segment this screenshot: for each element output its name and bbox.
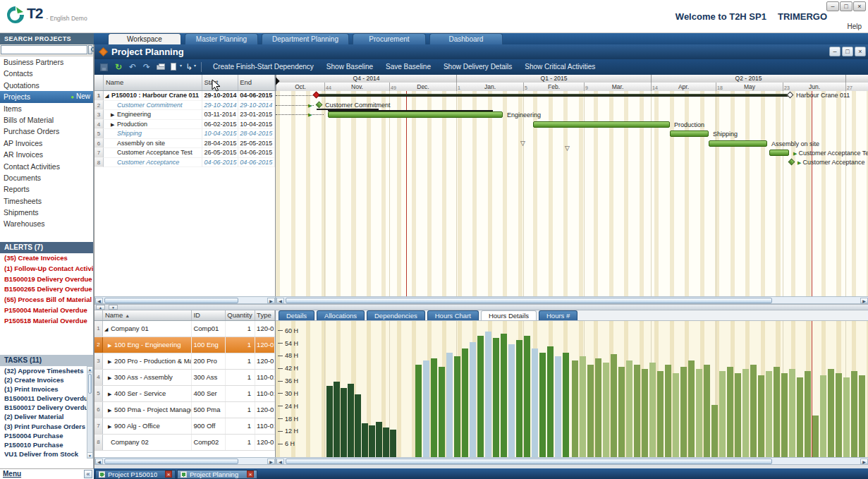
alert-item[interactable]: (1) Follow-Up Contact Activities xyxy=(0,264,93,274)
toolbar-button-save-baseline[interactable]: Save Baseline xyxy=(379,60,437,74)
tab-details[interactable]: Details xyxy=(279,310,314,320)
hours-bar[interactable] xyxy=(618,367,625,457)
expander-collapsed-icon[interactable]: ▶ xyxy=(108,387,114,401)
gantt-grid-row[interactable]: 5Shipping10-04-201528-04-2015 xyxy=(94,129,275,139)
milestone-diamond-icon[interactable] xyxy=(788,158,795,165)
tab-workspace[interactable]: Workspace xyxy=(108,33,181,44)
column-header-start[interactable]: Start xyxy=(202,75,238,90)
alert-item[interactable]: P150004 Material Overdue xyxy=(0,305,93,316)
search-button[interactable] xyxy=(88,45,92,54)
sidebar-item-documents[interactable]: Documents xyxy=(0,172,93,183)
scrollbar-thumb[interactable] xyxy=(104,298,238,303)
expander-collapsed-icon[interactable]: ▶ xyxy=(111,110,117,119)
hours-bar[interactable] xyxy=(859,375,865,457)
close-icon[interactable]: × xyxy=(853,1,866,11)
hours-bar[interactable] xyxy=(595,358,601,457)
gantt-grid-row[interactable]: 3▶Engineering03-11-201423-01-2015 xyxy=(94,110,275,120)
hours-bar[interactable] xyxy=(727,367,733,457)
task-item[interactable]: (2) Deliver Material xyxy=(0,412,87,421)
hours-bar[interactable] xyxy=(462,348,468,457)
gantt-task-bar[interactable] xyxy=(670,131,709,137)
column-header-quantity[interactable]: Quantity xyxy=(226,310,255,320)
alert-item[interactable]: (55) Process Bill of Material xyxy=(0,295,93,305)
hours-bar[interactable] xyxy=(369,425,375,457)
hours-bar[interactable] xyxy=(750,365,757,457)
toolbar-button-create-finish-start-dependency[interactable]: Create Finish-Start Dependency xyxy=(207,60,320,74)
sidebar-item-business-partners[interactable]: Business Partners xyxy=(0,56,93,68)
hours-bar[interactable] xyxy=(493,338,499,457)
column-header-id[interactable]: ID xyxy=(192,310,226,320)
alert-item[interactable]: B1500019 Delivery Overdue xyxy=(0,274,93,285)
hours-bar[interactable] xyxy=(805,371,811,457)
hours-bar[interactable] xyxy=(766,371,772,457)
tab-hours-details[interactable]: Hours Details xyxy=(481,310,537,320)
close-icon[interactable]: × xyxy=(165,471,172,478)
scrollbar-thumb[interactable] xyxy=(286,459,772,464)
resource-row[interactable]: 6▶500 Pma - Project Manage500 Pma1120-01 xyxy=(94,402,275,418)
tab-allocations[interactable]: Allocations xyxy=(317,310,365,320)
print-icon[interactable] xyxy=(154,61,168,73)
sidebar-item-contact-activities[interactable]: Contact Activities xyxy=(0,161,93,172)
hours-bar[interactable] xyxy=(555,356,561,457)
gantt-grid-row[interactable]: 8Customer Acceptance04-06-201504-06-2015 xyxy=(94,158,275,168)
hours-bar[interactable] xyxy=(634,365,640,457)
hours-bar[interactable] xyxy=(454,356,460,457)
resource-row[interactable]: 7▶900 Alg - Office900 Off1110-01 xyxy=(94,418,275,435)
panel-maximize-icon[interactable]: □ xyxy=(842,47,853,56)
sidebar-item-reports[interactable]: Reports xyxy=(0,183,93,195)
collapse-sidebar-icon[interactable]: « xyxy=(84,470,92,478)
hours-bar[interactable] xyxy=(696,369,702,457)
scrollbar-thumb[interactable] xyxy=(104,459,238,464)
hours-bar[interactable] xyxy=(812,416,819,457)
hours-bar[interactable] xyxy=(477,336,484,457)
expander-collapsed-icon[interactable]: ▶ xyxy=(111,120,117,129)
hours-bar[interactable] xyxy=(657,371,664,457)
scroll-left-icon[interactable]: ◀ xyxy=(276,298,284,303)
hours-bar[interactable] xyxy=(774,367,780,457)
task-item[interactable]: P150004 Purchase xyxy=(0,431,87,440)
gantt-task-bar[interactable] xyxy=(709,140,767,147)
hours-bar[interactable] xyxy=(532,348,538,457)
hours-bar[interactable] xyxy=(470,342,476,457)
tab-procurement[interactable]: Procurement xyxy=(353,33,426,44)
sidebar-item-quotations[interactable]: Quotations xyxy=(0,80,93,91)
hours-bar[interactable] xyxy=(789,369,795,457)
hours-bar[interactable] xyxy=(843,377,850,457)
hours-bar[interactable] xyxy=(501,334,507,457)
hours-bar[interactable] xyxy=(508,344,515,457)
hours-bar[interactable] xyxy=(547,346,554,457)
gantt-grid-row[interactable]: 4▶Production06-02-201510-04-2015 xyxy=(94,120,275,130)
splitter-collapse-up-icon[interactable]: ▲ xyxy=(96,305,105,310)
task-item[interactable]: P150010 Purchase xyxy=(0,440,87,449)
menu-link[interactable]: Menu xyxy=(3,470,21,478)
hours-bar[interactable] xyxy=(431,358,437,457)
toolbar-button-show-delivery-details[interactable]: Show Delivery Details xyxy=(437,60,518,74)
close-icon[interactable]: × xyxy=(247,471,254,478)
gantt-grid-row[interactable]: 7Customer Acceptance Test26-05-201504-06… xyxy=(94,148,275,158)
sidebar-item-timesheets[interactable]: Timesheets xyxy=(0,195,93,207)
hours-bar[interactable] xyxy=(820,375,826,457)
hours-bar[interactable] xyxy=(704,365,710,457)
tab-department-planning[interactable]: Department Planning xyxy=(262,33,349,44)
hours-bar[interactable] xyxy=(611,354,617,457)
sidebar-item-shipments[interactable]: Shipments xyxy=(0,207,93,218)
panel-minimize-icon[interactable]: – xyxy=(829,47,841,56)
expander-collapsed-icon[interactable]: ▶ xyxy=(108,354,114,369)
tab-master-planning[interactable]: Master Planning xyxy=(185,33,258,44)
scroll-right-icon[interactable]: ▶ xyxy=(267,459,275,464)
gantt-task-bar[interactable] xyxy=(533,121,670,128)
hours-bar[interactable] xyxy=(341,388,347,457)
sidebar-item-projects[interactable]: Projects●New xyxy=(0,91,93,102)
hours-bar[interactable] xyxy=(719,371,726,457)
horizontal-splitter[interactable]: ▲ ▼ xyxy=(94,304,868,310)
column-header-name[interactable]: Name xyxy=(104,75,202,90)
scroll-right-icon[interactable]: ▶ xyxy=(860,298,868,303)
task-item[interactable]: VU1 Deliver from Stock xyxy=(0,449,87,459)
toolbar-button-show-critical-activities[interactable]: Show Critical Activities xyxy=(518,60,601,74)
hours-chart-horizontal-scrollbar[interactable]: ◀ ▶ xyxy=(276,457,868,465)
expander-collapsed-icon[interactable]: ▶ xyxy=(108,370,114,385)
gantt-grid-row[interactable]: 6Assembly on site28-04-201525-05-2015 xyxy=(94,139,275,149)
hours-bar[interactable] xyxy=(390,430,396,457)
hours-bar[interactable] xyxy=(446,353,453,458)
resource-row[interactable]: 4▶300 Ass - Assembly300 Ass1110-01 xyxy=(94,370,275,386)
